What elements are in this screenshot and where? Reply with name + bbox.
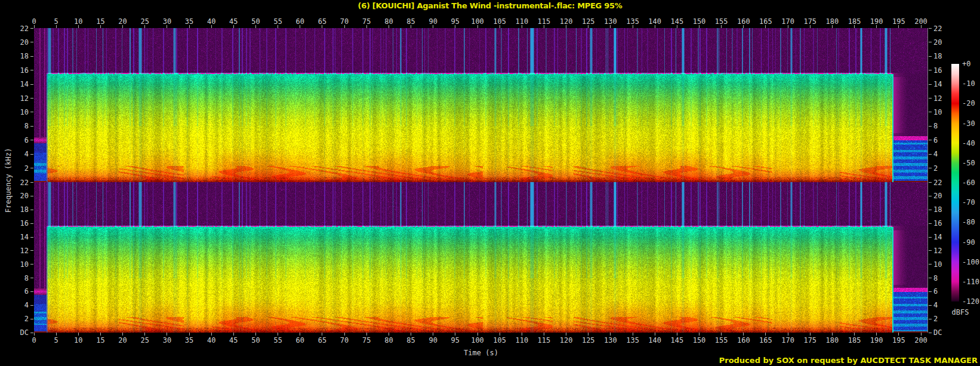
time-tick-label-bottom: 65 bbox=[313, 337, 331, 344]
time-tick-label-top: 75 bbox=[358, 18, 375, 25]
freq-tick-mark-right bbox=[929, 70, 932, 70]
time-tick-mark-bottom bbox=[56, 333, 57, 336]
time-tick-label-bottom: 50 bbox=[247, 337, 265, 344]
freq-tick-mark-left bbox=[30, 126, 33, 127]
legend-tick-label: -120 bbox=[962, 298, 980, 305]
freq-tick-mark-left bbox=[30, 196, 33, 196]
time-tick-mark-bottom bbox=[411, 333, 411, 336]
freq-tick-label-left: 6 bbox=[0, 137, 29, 144]
time-tick-label-top: 130 bbox=[602, 18, 620, 25]
spectrogram-title: (6) [KOUICHI] Aganist The Wind -instrume… bbox=[0, 1, 980, 10]
freq-tick-label-left: 4 bbox=[0, 150, 29, 158]
freq-tick-mark-right bbox=[929, 237, 932, 238]
freq-tick-mark-right bbox=[929, 28, 932, 29]
time-tick-label-top: 125 bbox=[580, 18, 597, 25]
freq-tick-label-right: 20 bbox=[933, 192, 957, 199]
time-tick-mark-bottom bbox=[455, 333, 455, 336]
time-tick-label-bottom: 120 bbox=[557, 337, 575, 344]
time-tick-label-top: 170 bbox=[779, 18, 797, 25]
freq-tick-mark-right bbox=[929, 56, 932, 57]
time-tick-label-bottom: 45 bbox=[224, 337, 242, 344]
time-tick-label-top: 55 bbox=[269, 18, 287, 25]
freq-tick-mark-left bbox=[30, 42, 33, 42]
legend-tick-label: -110 bbox=[962, 278, 980, 285]
time-tick-label-bottom: 150 bbox=[691, 337, 708, 344]
freq-tick-mark-left bbox=[30, 84, 33, 85]
spectrogram-canvas-channel-2 bbox=[34, 182, 928, 333]
time-tick-label-top: 165 bbox=[757, 18, 775, 25]
time-tick-mark-bottom bbox=[544, 333, 544, 336]
time-tick-label-bottom: 30 bbox=[158, 337, 176, 344]
time-tick-label-top: 85 bbox=[402, 18, 420, 25]
spectrogram-canvas-channel-1 bbox=[34, 28, 928, 182]
time-tick-mark-bottom bbox=[677, 333, 677, 336]
time-tick-mark-bottom bbox=[633, 333, 633, 336]
legend-tick-label: +0 bbox=[962, 60, 980, 67]
time-tick-mark-bottom bbox=[788, 333, 788, 336]
time-tick-mark-bottom bbox=[743, 333, 744, 336]
freq-tick-mark-right bbox=[929, 291, 932, 292]
freq-tick-label-right: 18 bbox=[933, 53, 957, 60]
time-tick-label-bottom: 60 bbox=[291, 337, 309, 344]
legend-tick-label: -50 bbox=[962, 159, 980, 167]
time-tick-label-top: 65 bbox=[313, 18, 331, 25]
time-tick-label-bottom: 105 bbox=[491, 337, 509, 344]
time-tick-label-bottom: 160 bbox=[735, 337, 753, 344]
freq-tick-mark-right bbox=[929, 42, 932, 42]
time-tick-label-bottom: 155 bbox=[713, 337, 731, 344]
freq-tick-label-left: 22 bbox=[0, 25, 29, 32]
time-tick-mark-bottom bbox=[167, 333, 167, 336]
freq-tick-mark-left bbox=[30, 154, 33, 155]
time-tick-label-top: 160 bbox=[735, 18, 753, 25]
time-tick-label-top: 30 bbox=[158, 18, 176, 25]
time-tick-label-top: 135 bbox=[624, 18, 642, 25]
time-tick-label-bottom: 5 bbox=[47, 337, 65, 344]
time-tick-label-bottom: 35 bbox=[180, 337, 198, 344]
time-tick-label-top: 140 bbox=[646, 18, 664, 25]
freq-tick-mark-left bbox=[30, 305, 33, 306]
freq-tick-mark-right bbox=[929, 264, 932, 264]
time-tick-mark-bottom bbox=[832, 333, 833, 336]
freq-tick-label-left: 14 bbox=[0, 233, 29, 241]
time-tick-label-top: 95 bbox=[446, 18, 464, 25]
freq-tick-label-left: 16 bbox=[0, 220, 29, 227]
freq-tick-label-right: 12 bbox=[933, 247, 957, 254]
freq-tick-label-left: 4 bbox=[0, 302, 29, 309]
time-tick-mark-bottom bbox=[765, 333, 766, 336]
legend-tick-label: -80 bbox=[962, 219, 980, 226]
time-tick-mark-bottom bbox=[699, 333, 699, 336]
time-tick-label-bottom: 200 bbox=[912, 337, 930, 344]
freq-tick-mark-left bbox=[30, 223, 33, 224]
time-tick-label-top: 45 bbox=[224, 18, 242, 25]
time-tick-mark-bottom bbox=[854, 333, 855, 336]
freq-tick-label-left: 6 bbox=[0, 288, 29, 295]
freq-tick-mark-right bbox=[929, 250, 932, 251]
legend-tick-label: -70 bbox=[962, 199, 980, 206]
freq-tick-mark-left bbox=[30, 56, 33, 57]
freq-tick-mark-right bbox=[929, 98, 932, 99]
legend-tick-label: -60 bbox=[962, 179, 980, 186]
freq-tick-mark-left bbox=[30, 168, 33, 168]
freq-tick-mark-right bbox=[929, 168, 932, 168]
freq-tick-label-right: 16 bbox=[933, 67, 957, 74]
time-tick-mark-bottom bbox=[876, 333, 877, 336]
time-tick-label-top: 100 bbox=[469, 18, 486, 25]
legend-tick-label: -30 bbox=[962, 120, 980, 127]
freq-tick-label-left: 16 bbox=[0, 67, 29, 74]
time-tick-label-top: 105 bbox=[491, 18, 509, 25]
time-tick-label-top: 150 bbox=[691, 18, 708, 25]
time-tick-label-top: 35 bbox=[180, 18, 198, 25]
freq-tick-label-left: 10 bbox=[0, 261, 29, 268]
freq-tick-mark-right bbox=[929, 112, 932, 112]
sox-spectrogram-image: (6) [KOUICHI] Aganist The Wind -instrume… bbox=[0, 0, 980, 366]
freq-tick-mark-right bbox=[929, 84, 932, 85]
legend-tick-label: -90 bbox=[962, 239, 980, 246]
time-tick-mark-bottom bbox=[144, 333, 145, 336]
time-tick-label-bottom: 40 bbox=[202, 337, 220, 344]
time-tick-mark-bottom bbox=[255, 333, 256, 336]
time-tick-label-top: 190 bbox=[868, 18, 886, 25]
freq-tick-label-left: 2 bbox=[0, 315, 29, 322]
time-tick-mark-bottom bbox=[500, 333, 500, 336]
time-tick-mark-bottom bbox=[233, 333, 234, 336]
time-tick-mark-bottom bbox=[100, 333, 101, 336]
